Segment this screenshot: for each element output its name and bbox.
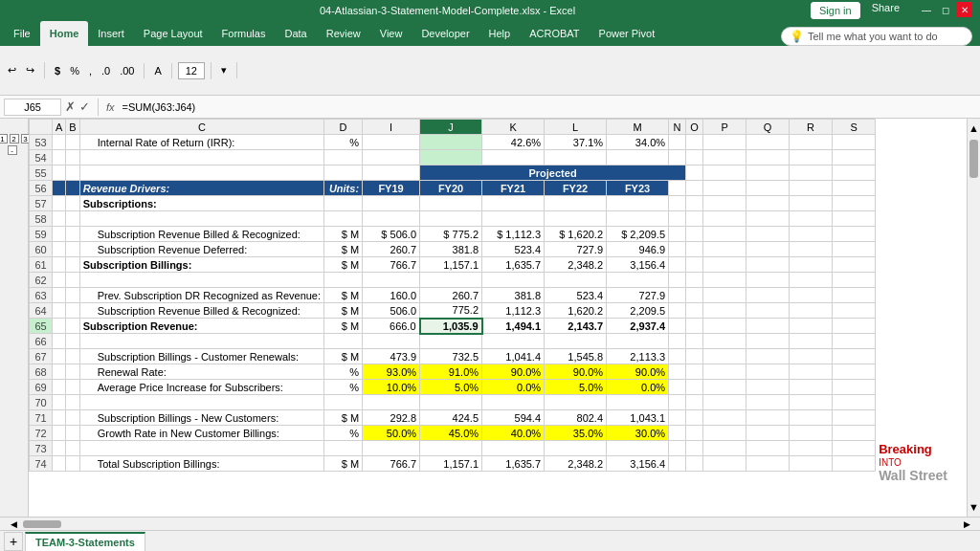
formula-confirm-button[interactable]: ✓ bbox=[79, 99, 90, 114]
tab-acrobat[interactable]: ACROBAT bbox=[520, 21, 589, 46]
tab-data[interactable]: Data bbox=[275, 21, 316, 46]
scroll-right-button[interactable]: ▶ bbox=[957, 519, 976, 529]
sheet-tabs-bar: + TEAM-3-Statements bbox=[0, 530, 980, 551]
watermark-breaking: Breaking bbox=[879, 442, 932, 456]
tab-power-pivot[interactable]: Power Pivot bbox=[590, 21, 665, 46]
table-row: 55 Projected bbox=[30, 165, 876, 181]
increase-decimal-button[interactable]: .00 bbox=[116, 63, 138, 78]
table-row: 68 Renewal Rate: % 93.0% 91.0% 90.0% 90.… bbox=[30, 364, 876, 380]
table-row: 73 bbox=[30, 441, 876, 456]
redo-button[interactable]: ↪ bbox=[22, 62, 38, 78]
tab-page-layout[interactable]: Page Layout bbox=[134, 21, 212, 46]
function-icon: fx bbox=[106, 101, 115, 113]
format-group: $ % , .0 .00 bbox=[51, 63, 145, 78]
ribbon-tabs: File Home Insert Page Layout Formulas Da… bbox=[0, 21, 980, 46]
h-scroll-thumb[interactable] bbox=[23, 520, 61, 528]
spreadsheet-table: A B C D I J K L M N O P Q R S bbox=[29, 119, 876, 472]
conditional-format-group: A bbox=[150, 63, 171, 78]
group-level-2[interactable]: 2 bbox=[10, 134, 19, 143]
formula-cancel-button[interactable]: ✗ bbox=[65, 99, 76, 114]
col-header-m[interactable]: M bbox=[607, 120, 669, 135]
scroll-up-button[interactable]: ▲ bbox=[968, 119, 980, 138]
expand-collapse-btn[interactable]: - bbox=[8, 145, 17, 155]
number-group: ▾ bbox=[217, 62, 237, 78]
watermark-wall-street: Wall Street bbox=[879, 468, 947, 483]
tell-me-input[interactable]: 💡 Tell me what you want to do bbox=[781, 27, 972, 46]
table-row: 65 Subscription Revenue: $ M 666.0 1,035… bbox=[30, 319, 876, 334]
col-header-a[interactable]: A bbox=[53, 120, 66, 135]
group-level-1[interactable]: 1 bbox=[0, 134, 8, 143]
minimize-button[interactable]: ― bbox=[919, 2, 934, 17]
table-row: 71 Subscription Billings - New Customers… bbox=[30, 410, 876, 426]
cell-reference-box[interactable]: J65 bbox=[4, 99, 61, 116]
table-row: 62 bbox=[30, 273, 876, 288]
percent-format-button[interactable]: % bbox=[66, 63, 83, 78]
col-header-c[interactable]: C bbox=[79, 120, 323, 135]
col-header-k[interactable]: K bbox=[482, 120, 545, 135]
tell-me-text: Tell me what you want to do bbox=[808, 31, 938, 42]
comma-format-button[interactable]: , bbox=[85, 63, 96, 78]
scroll-thumb[interactable] bbox=[969, 140, 978, 178]
formula-bar: J65 ✗ ✓ fx =SUM(J63:J64) bbox=[0, 96, 980, 119]
scroll-down-button[interactable]: ▼ bbox=[968, 497, 980, 517]
col-header-i[interactable]: I bbox=[363, 120, 420, 135]
horizontal-scrollbar[interactable]: ◀ ▶ bbox=[0, 517, 980, 530]
tab-developer[interactable]: Developer bbox=[412, 21, 479, 46]
font-size-input[interactable] bbox=[178, 62, 205, 79]
col-header-p[interactable]: P bbox=[703, 120, 746, 135]
formula-divider bbox=[98, 99, 99, 116]
decrease-decimal-button[interactable]: .0 bbox=[98, 63, 114, 78]
table-row: 63 Prev. Subscription DR Recognized as R… bbox=[30, 288, 876, 303]
font-size-group bbox=[178, 62, 212, 79]
table-row: 74 Total Subscription Billings: $ M 766.… bbox=[30, 456, 876, 472]
col-header-j[interactable]: J bbox=[420, 120, 482, 135]
table-row: 58 bbox=[30, 211, 876, 227]
table-row: 64 Subscription Revenue Billed & Recogni… bbox=[30, 303, 876, 319]
scroll-left-button[interactable]: ◀ bbox=[4, 519, 23, 529]
add-sheet-button[interactable]: + bbox=[4, 532, 23, 551]
vertical-scrollbar[interactable]: ▲ ▼ bbox=[967, 119, 980, 517]
tab-help[interactable]: Help bbox=[479, 21, 521, 46]
tab-formulas[interactable]: Formulas bbox=[212, 21, 276, 46]
table-row: 53 Internal Rate of Return (IRR): % 42.6… bbox=[30, 135, 876, 150]
corner-cell bbox=[30, 120, 53, 135]
sheet-tab-team3[interactable]: TEAM-3-Statements bbox=[25, 532, 145, 551]
tab-view[interactable]: View bbox=[370, 21, 412, 46]
col-header-n[interactable]: N bbox=[669, 120, 686, 135]
lightbulb-icon: 💡 bbox=[790, 30, 804, 43]
table-row: 57 Subscriptions: bbox=[30, 196, 876, 211]
table-row: 67 Subscription Billings - Customer Rene… bbox=[30, 349, 876, 364]
tab-review[interactable]: Review bbox=[317, 21, 370, 46]
formula-input[interactable]: =SUM(J63:J64) bbox=[122, 101, 976, 113]
tab-file[interactable]: File bbox=[4, 21, 40, 46]
col-header-b[interactable]: B bbox=[66, 120, 79, 135]
undo-button[interactable]: ↩ bbox=[4, 62, 20, 78]
col-header-r[interactable]: R bbox=[790, 120, 833, 135]
clipboard-group: ↩ ↪ bbox=[4, 62, 45, 78]
watermark: Breaking INTO Wall Street bbox=[879, 442, 947, 483]
tab-insert[interactable]: Insert bbox=[88, 21, 134, 46]
col-header-q[interactable]: Q bbox=[746, 120, 790, 135]
col-header-s[interactable]: S bbox=[833, 120, 876, 135]
tab-home[interactable]: Home bbox=[40, 21, 89, 46]
maximize-button[interactable]: ◻ bbox=[938, 2, 953, 17]
table-row: 59 Subscription Revenue Billed & Recogni… bbox=[30, 227, 876, 242]
table-row: 69 Average Price Increase for Subscriber… bbox=[30, 380, 876, 395]
ribbon-toolbar: ↩ ↪ $ % , .0 .00 A ▾ bbox=[0, 46, 980, 96]
window-title: 04-Atlassian-3-Statement-Model-Complete.… bbox=[84, 5, 811, 16]
table-row: 72 Growth Rate in New Customer Billings:… bbox=[30, 426, 876, 441]
watermark-into: INTO bbox=[879, 457, 902, 468]
number-format-dropdown[interactable]: ▾ bbox=[217, 62, 231, 78]
table-row: 61 Subscription Billings: $ M 766.7 1,15… bbox=[30, 257, 876, 273]
share-button[interactable]: Share bbox=[872, 2, 900, 19]
table-row: 54 bbox=[30, 150, 876, 165]
dollar-format-button[interactable]: $ bbox=[51, 63, 64, 78]
fill-color-button[interactable]: A bbox=[150, 63, 165, 78]
table-row: 70 bbox=[30, 395, 876, 410]
col-header-d[interactable]: D bbox=[324, 120, 363, 135]
close-button[interactable]: ✕ bbox=[957, 2, 972, 17]
sign-in-button[interactable]: Sign in bbox=[811, 2, 860, 19]
col-header-l[interactable]: L bbox=[545, 120, 607, 135]
table-row: 60 Subscription Revenue Deferred: $ M 26… bbox=[30, 242, 876, 257]
col-header-o[interactable]: O bbox=[686, 120, 703, 135]
